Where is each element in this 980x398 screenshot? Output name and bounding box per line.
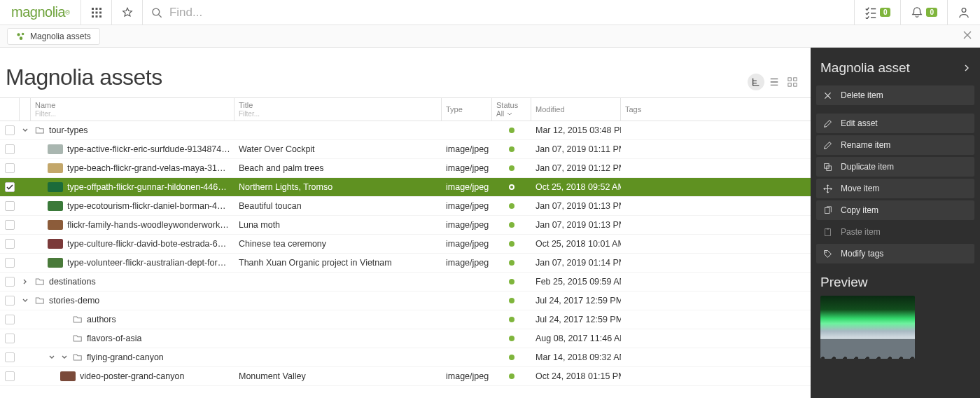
user-menu[interactable] [947,0,980,25]
table-row[interactable]: video-poster-grand-canyonMonument Valley… [0,367,811,386]
logo[interactable]: magnolia® [0,0,80,25]
table-row[interactable]: type-ecotourism-flickr-daniel-borman-429… [0,197,811,216]
row-checkbox[interactable] [5,315,15,324]
row-type: image/jpeg [446,258,489,268]
tree-icon [751,77,761,87]
chevron-right-icon[interactable] [963,64,970,71]
row-checkbox[interactable] [5,144,15,154]
table-row[interactable]: tour-typesMar 12, 2015 03:48 PM [0,121,811,140]
row-title: Northern Lights, Tromso [239,182,332,192]
select-all-header[interactable] [0,98,20,121]
expand-toggle[interactable] [22,277,29,286]
col-name[interactable]: Name Filter... [31,98,234,121]
row-status [492,159,531,177]
row-checkbox[interactable] [5,125,15,135]
table-row[interactable]: type-beach-flickr-grand-velas-maya-31793… [0,159,811,178]
svg-point-27 [825,252,827,253]
tasks-badge: 0 [880,8,891,17]
row-checkbox[interactable] [5,163,15,173]
row-checkbox[interactable] [5,371,15,381]
svg-point-16 [22,32,24,35]
search-input[interactable] [168,5,846,20]
action-delete[interactable]: Delete item [816,85,974,105]
favorites-button[interactable] [111,0,142,25]
action-rename[interactable]: Rename item [816,135,974,155]
row-checkbox[interactable] [5,182,15,192]
row-status [492,273,531,291]
row-status [492,367,531,385]
view-list-button[interactable] [766,74,783,90]
tasks-button[interactable]: 0 [854,0,901,25]
row-type: image/jpeg [446,220,489,230]
row-type: image/jpeg [446,371,489,381]
expand-toggle[interactable] [60,353,69,362]
row-status [492,310,531,329]
tag-icon [823,249,832,259]
row-checkbox[interactable] [5,239,15,249]
table-row[interactable]: type-culture-flickr-david-bote-estrada-6… [0,235,811,254]
view-switcher [748,74,801,90]
row-title: Luna moth [239,220,280,230]
col-status[interactable]: Status All [492,98,531,121]
row-modified: Jan 07, 2019 01:11 PM [536,144,621,154]
move-icon [823,184,832,193]
notifications-button[interactable]: 0 [900,0,947,25]
close-tab-button[interactable] [963,31,972,41]
action-modify-tags[interactable]: Modify tags [816,244,974,263]
col-modified[interactable]: Modified [531,98,621,121]
expand-toggle[interactable] [22,296,29,305]
row-checkbox[interactable] [5,296,15,306]
col-type[interactable]: Type [442,98,492,121]
preview-thumbnail[interactable] [820,296,915,359]
row-name: type-culture-flickr-david-bote-estrada-6… [67,239,230,249]
col-tags[interactable]: Tags [621,98,811,121]
chevron-icon [22,278,29,285]
row-modified: Jan 07, 2019 01:14 PM [536,258,621,268]
row-checkbox[interactable] [5,201,15,211]
list-icon [769,77,779,87]
row-name: authors [87,315,116,324]
star-icon [122,7,133,18]
row-modified: Aug 08, 2017 11:46 AM [536,334,621,343]
global-search[interactable] [142,0,854,25]
row-tags [621,216,811,234]
row-checkbox[interactable] [5,220,15,230]
action-duplicate[interactable]: Duplicate item [816,157,974,177]
grid-icon [91,7,102,18]
row-checkbox[interactable] [5,277,15,287]
row-modified: Mar 14, 2018 09:32 AM [536,352,621,362]
table-row[interactable]: authorsJul 24, 2017 12:59 PM [0,310,811,329]
table-row[interactable]: flying-grand-canyonMar 14, 2018 09:32 AM [0,348,811,367]
table-row[interactable]: flickr-family-hands-woodleywonderworks-2… [0,216,811,235]
col-title[interactable]: Title Filter... [234,98,442,121]
expand-toggle[interactable] [48,353,56,362]
view-grid-button[interactable] [784,74,801,90]
row-name: type-active-flickr-eric-surfdude-9134874… [67,144,230,154]
row-tags [621,159,811,177]
breadcrumb-tab[interactable]: Magnolia assets [7,28,100,45]
thumbnail [48,182,63,192]
table-row[interactable]: stories-demoJul 24, 2017 12:59 PM [0,291,811,310]
pencil-icon [823,119,832,128]
table-row[interactable]: destinationsFeb 25, 2015 09:59 AM [0,273,811,291]
table-row[interactable]: flavors-of-asiaAug 08, 2017 11:46 AM [0,329,811,348]
row-status [492,121,531,139]
action-move[interactable]: Move item [816,179,974,198]
row-checkbox[interactable] [5,352,15,362]
folder-icon [35,296,45,306]
row-name: flavors-of-asia [87,334,142,343]
action-edit[interactable]: Edit asset [816,114,974,133]
table-row[interactable]: type-offpath-flickr-gunnar-hildonen-4465… [0,178,811,197]
action-copy[interactable]: Copy item [816,200,974,220]
row-tags [621,367,811,385]
expand-toggle[interactable] [22,126,29,135]
table-row[interactable]: type-active-flickr-eric-surfdude-9134874… [0,140,811,159]
view-tree-button[interactable] [748,74,764,90]
row-modified: Oct 25, 2018 09:52 AM [536,182,621,192]
row-tags [621,235,811,253]
app-launcher-button[interactable] [80,0,111,25]
table-row[interactable]: type-volunteer-flickr-australian-dept-fo… [0,254,811,273]
row-status [492,197,531,215]
row-checkbox[interactable] [5,258,15,268]
row-checkbox[interactable] [5,334,15,343]
